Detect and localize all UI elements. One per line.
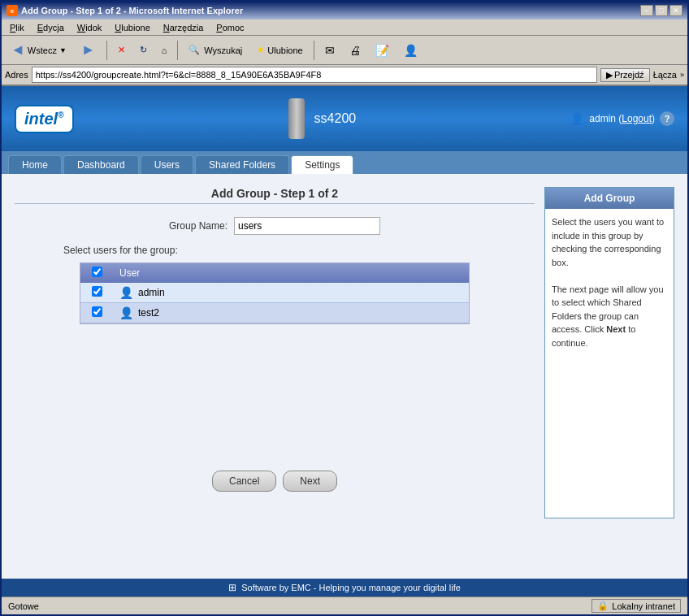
close-button[interactable]: ✕ bbox=[670, 5, 682, 16]
go-label: Przejdź bbox=[614, 70, 644, 80]
go-button[interactable]: ▶ Przejdź bbox=[600, 68, 650, 82]
title-bar: e Add Group - Step 1 of 2 - Microsoft In… bbox=[2, 2, 687, 20]
back-button[interactable]: ◄ Wstecz ▼ bbox=[5, 39, 72, 62]
edit-button[interactable]: 📝 bbox=[370, 39, 395, 62]
separator-1 bbox=[106, 41, 107, 60]
help-box-content: Select the users you want to include in … bbox=[545, 209, 674, 518]
content-area: Add Group - Step 1 of 2 Group Name: Sele… bbox=[2, 174, 687, 579]
nav-tabs: Home Dashboard Users Shared Folders Sett… bbox=[2, 151, 687, 174]
menu-plik[interactable]: Plik bbox=[6, 23, 28, 33]
minimize-button[interactable]: − bbox=[640, 5, 653, 16]
tab-users[interactable]: Users bbox=[141, 155, 193, 174]
separator-2 bbox=[177, 41, 178, 60]
device-icon bbox=[288, 98, 305, 139]
favorites-label: Ulubione bbox=[267, 46, 302, 55]
logout-link[interactable]: Logout bbox=[622, 113, 652, 124]
group-name-row: Group Name: bbox=[15, 217, 535, 235]
group-name-input[interactable] bbox=[234, 217, 380, 235]
menu-widok[interactable]: Widok bbox=[74, 23, 106, 33]
help-button[interactable]: ? bbox=[660, 111, 674, 126]
star-icon: ★ bbox=[257, 45, 265, 55]
user-admin-name: admin bbox=[138, 287, 165, 298]
address-input[interactable] bbox=[32, 67, 597, 83]
device-name: ss4200 bbox=[314, 111, 357, 126]
group-name-label: Group Name: bbox=[169, 220, 228, 232]
forward-arrow-icon: ► bbox=[81, 41, 96, 59]
print-button[interactable]: 🖨 bbox=[344, 39, 366, 62]
links-expand-icon: » bbox=[680, 71, 684, 79]
search-icon: 🔍 bbox=[188, 45, 200, 55]
menu-edycja[interactable]: Edycja bbox=[34, 23, 67, 33]
help-box-title: Add Group bbox=[545, 188, 674, 209]
toolbar: ◄ Wstecz ▼ ► ✕ ↻ ⌂ 🔍 Wyszukaj ★ Ulubione… bbox=[2, 36, 687, 65]
ie-window: e Add Group - Step 1 of 2 - Microsoft In… bbox=[0, 0, 689, 616]
back-arrow-icon: ◄ bbox=[11, 41, 25, 59]
user-admin-checkbox[interactable] bbox=[92, 286, 102, 297]
footer-icon: ⊞ bbox=[228, 582, 236, 593]
menu-narzedzia[interactable]: Narzędzia bbox=[160, 23, 207, 33]
select-all-checkbox[interactable] bbox=[92, 267, 102, 277]
lock-icon: 🔒 bbox=[597, 601, 609, 611]
tab-settings[interactable]: Settings bbox=[291, 155, 353, 174]
select-users-label: Select users for the group: bbox=[15, 245, 535, 256]
forward-button[interactable]: ► bbox=[76, 39, 102, 62]
user-text: admin (Logout) bbox=[589, 113, 655, 124]
footer-bar: ⊞ Software by EMC - Helping you manage y… bbox=[2, 579, 687, 596]
favorites-button[interactable]: ★ Ulubione bbox=[251, 39, 308, 62]
menu-ulubione[interactable]: Ulubione bbox=[111, 23, 153, 33]
users-table: User 👤 bbox=[80, 263, 469, 323]
window-title: Add Group - Step 1 of 2 - Microsoft Inte… bbox=[21, 6, 243, 15]
tab-dashboard[interactable]: Dashboard bbox=[63, 155, 139, 174]
tab-shared-folders[interactable]: Shared Folders bbox=[195, 155, 289, 174]
menu-pomoc[interactable]: Pomoc bbox=[213, 23, 247, 33]
intel-logo: intel® bbox=[15, 105, 74, 133]
search-button[interactable]: 🔍 Wyszukaj bbox=[183, 39, 248, 62]
col-user-label: User bbox=[119, 267, 140, 279]
intel-logo-text: intel bbox=[24, 110, 58, 128]
address-label: Adres bbox=[5, 70, 28, 80]
users-table-body: 👤 admin bbox=[80, 283, 469, 323]
separator-3 bbox=[314, 41, 314, 60]
col-check-header bbox=[80, 263, 113, 283]
user-admin-icon: 👤 bbox=[119, 286, 133, 299]
form-title: Add Group - Step 1 of 2 bbox=[211, 187, 338, 200]
next-button[interactable]: Next bbox=[283, 471, 337, 492]
refresh-button[interactable]: ↻ bbox=[134, 39, 153, 62]
tab-settings-label: Settings bbox=[305, 159, 340, 171]
cancel-button[interactable]: Cancel bbox=[212, 471, 276, 492]
table-row: 👤 admin bbox=[80, 283, 469, 303]
menu-bar: Plik Edycja Widok Ulubione Narzędzia Pom… bbox=[2, 20, 687, 36]
buttons-row: Cancel Next bbox=[212, 471, 337, 492]
user-test2-checkbox[interactable] bbox=[92, 306, 102, 317]
back-dropdown-icon: ▼ bbox=[59, 46, 67, 54]
status-bar: Gotowe 🔒 Lokalny intranet bbox=[2, 596, 687, 614]
row-check-cell bbox=[80, 303, 113, 323]
footer-text: Software by EMC - Helping you manage you… bbox=[241, 583, 461, 592]
table-row: 👤 test2 bbox=[80, 303, 469, 323]
main-form: Add Group - Step 1 of 2 Group Name: Sele… bbox=[15, 187, 535, 566]
status-text: Gotowe bbox=[8, 601, 39, 611]
tab-shared-folders-label: Shared Folders bbox=[209, 159, 275, 171]
device-info: ss4200 bbox=[288, 98, 357, 139]
page-header: intel® ss4200 👤 admin (Logout) ? bbox=[2, 86, 687, 151]
window-controls: − □ ✕ bbox=[640, 5, 682, 16]
row-user-cell: 👤 admin bbox=[113, 283, 469, 303]
sidebar-help: Add Group Select the users you want to i… bbox=[544, 187, 674, 566]
home-button[interactable]: ⌂ bbox=[156, 39, 173, 62]
messenger-button[interactable]: 👤 bbox=[398, 39, 423, 62]
address-bar: Adres ▶ Przejdź Łącza » bbox=[2, 65, 687, 86]
tab-users-label: Users bbox=[154, 159, 180, 171]
user-test2-icon: 👤 bbox=[119, 306, 133, 319]
mail-button[interactable]: ✉ bbox=[319, 39, 340, 62]
user-test2-name: test2 bbox=[138, 307, 159, 319]
users-table-container: User 👤 bbox=[80, 262, 470, 324]
search-label: Wyszukaj bbox=[204, 46, 242, 55]
links-button[interactable]: Łącza bbox=[653, 70, 677, 80]
go-arrow-icon: ▶ bbox=[606, 70, 613, 80]
stop-button[interactable]: ✕ bbox=[112, 39, 131, 62]
tab-home[interactable]: Home bbox=[8, 155, 62, 174]
maximize-button[interactable]: □ bbox=[655, 5, 668, 16]
user-icon: 👤 bbox=[570, 112, 584, 125]
zone-text: Lokalny intranet bbox=[612, 601, 675, 611]
ie-icon: e bbox=[6, 5, 18, 16]
